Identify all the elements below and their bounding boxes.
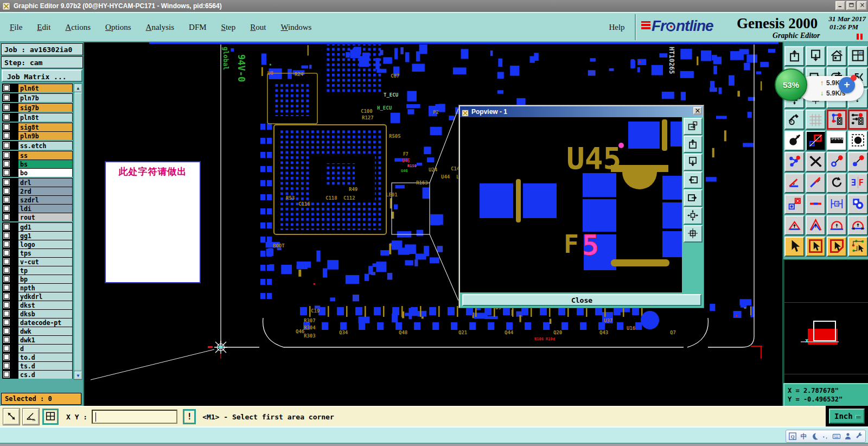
chain-select-button[interactable]: [784, 152, 805, 172]
layer-row[interactable]: drl ➤: [2, 178, 73, 187]
split-window-xy-button[interactable]: XY: [848, 46, 868, 66]
layer-checkbox[interactable]: [4, 328, 9, 334]
snap-move-button[interactable]: [3, 409, 20, 425]
select-poly-mode-button[interactable]: [827, 237, 847, 257]
scroll-down-icon[interactable]: ▼: [74, 372, 82, 379]
popview-center-button[interactable]: [684, 225, 703, 243]
layer-checkbox[interactable]: [4, 294, 9, 299]
menu-windows[interactable]: Windows: [280, 23, 311, 32]
layer-row[interactable]: ldi ➤: [2, 204, 73, 213]
minimize-button[interactable]: [835, 1, 845, 10]
layer-row[interactable]: bs ➤: [2, 160, 73, 168]
layer-checkbox[interactable]: [4, 259, 9, 264]
layer-checkbox[interactable]: [4, 85, 9, 91]
soft-keyboard-icon[interactable]: [832, 432, 841, 441]
snap-angle-button[interactable]: ok: [23, 409, 39, 425]
layer-checkbox[interactable]: [4, 346, 9, 351]
layer-row[interactable]: ydkdrl ➤: [2, 292, 73, 301]
menu-options[interactable]: Options: [105, 23, 131, 32]
scroll-up-icon[interactable]: ▲: [74, 84, 82, 92]
popview-duplicate-button[interactable]: [684, 118, 703, 135]
layer-checkbox[interactable]: [4, 161, 9, 167]
menu-help[interactable]: Help: [601, 13, 633, 41]
measure-angle-button[interactable]: [784, 173, 805, 193]
menu-edit[interactable]: Edit: [37, 23, 50, 32]
popview-close-icon[interactable]: [693, 107, 702, 114]
layer-row[interactable]: bp ➤: [2, 275, 73, 283]
menu-step[interactable]: Step: [221, 23, 236, 32]
scrollbar-thumb[interactable]: [74, 93, 82, 371]
stretch-line-button[interactable]: [806, 194, 826, 214]
layer-colors-button[interactable]: [806, 131, 826, 151]
layer-row[interactable]: d ➤: [2, 344, 73, 353]
layer-row[interactable]: pln8t ➤: [2, 113, 73, 122]
punctuation-icon[interactable]: ,: [821, 432, 830, 441]
memory-percent-badge[interactable]: 53%: [775, 68, 807, 101]
layer-checkbox[interactable]: [4, 311, 9, 316]
layer-row[interactable]: to.d ➤: [2, 353, 73, 361]
layer-row[interactable]: dwk1 ➤: [2, 335, 73, 344]
net-highlight-a-button[interactable]: [827, 110, 847, 130]
symbol-arrow-button[interactable]: [784, 131, 805, 151]
popview-graphics[interactable]: U45 F 5: [460, 117, 682, 292]
layer-checkbox[interactable]: [4, 133, 9, 138]
user-profile-icon[interactable]: [844, 432, 852, 441]
layer-row[interactable]: pln7b ➤: [2, 93, 73, 102]
home-view-button[interactable]: [827, 46, 847, 66]
layer-checkbox[interactable]: [4, 285, 9, 290]
layer-checkbox[interactable]: [4, 180, 9, 185]
menu-dfm[interactable]: DFM: [189, 23, 207, 32]
layer-checkbox[interactable]: [4, 105, 9, 110]
rotate-button[interactable]: [827, 173, 847, 193]
select-net-mode-button[interactable]: [848, 237, 868, 257]
layer-checkbox[interactable]: [4, 170, 9, 175]
xy-input[interactable]: [92, 410, 177, 424]
measure-ruler-button[interactable]: [827, 131, 847, 151]
edit-tools-button[interactable]: [784, 110, 805, 130]
layer-checkbox[interactable]: [4, 197, 9, 202]
layer-checkbox[interactable]: [4, 206, 9, 211]
popview-pan-left-button[interactable]: [684, 171, 703, 189]
layer-row[interactable]: v-cut ➤: [2, 257, 73, 266]
arch-tied-button[interactable]: [848, 215, 868, 235]
layer-row[interactable]: rout ➤: [2, 213, 73, 221]
layer-checkbox[interactable]: [4, 354, 9, 360]
layer-checkbox[interactable]: [4, 241, 9, 247]
layer-row[interactable]: ss.etch ➤: [2, 141, 73, 150]
layer-row[interactable]: logo ➤: [2, 240, 73, 249]
layer-row[interactable]: pln9b ➤: [2, 131, 73, 140]
layer-row[interactable]: 2rd ➤: [2, 187, 73, 195]
arch-arrow-button[interactable]: [784, 215, 805, 235]
menu-analysis[interactable]: Analysis: [146, 23, 175, 32]
maximize-button[interactable]: [846, 1, 856, 10]
menu-rout[interactable]: Rout: [250, 23, 266, 32]
copy-to-layer-button[interactable]: [827, 152, 847, 172]
change-width-button[interactable]: 4: [827, 194, 847, 214]
select-circle-button[interactable]: [848, 131, 868, 151]
popview-pan-up-button[interactable]: [684, 136, 703, 153]
select-point-mode-button[interactable]: [784, 237, 805, 257]
layer-checkbox[interactable]: [4, 233, 9, 238]
layer-row[interactable]: szdrl ➤: [2, 195, 73, 204]
layer-checkbox[interactable]: [4, 188, 9, 194]
layer-row[interactable]: cs.d ➤: [2, 370, 73, 379]
layer-checkbox[interactable]: [4, 250, 9, 256]
layer-checkbox[interactable]: [4, 95, 9, 100]
popview-close-button[interactable]: Close: [462, 294, 701, 306]
layer-row[interactable]: sig8t ➤: [2, 123, 73, 131]
layer-checkbox[interactable]: [4, 302, 9, 308]
move-to-layer-button[interactable]: [848, 152, 868, 172]
popview-fit-button[interactable]: [684, 207, 703, 225]
layer-checkbox[interactable]: [4, 143, 9, 148]
grid-window-button[interactable]: [42, 409, 59, 425]
layer-checkbox[interactable]: [4, 372, 9, 377]
view-up-button[interactable]: [784, 46, 805, 66]
menu-file[interactable]: File: [10, 23, 22, 32]
layer-row[interactable]: gg1 ➤: [2, 231, 73, 240]
layer-row[interactable]: dkst ➤: [2, 301, 73, 309]
layer-checkbox[interactable]: [4, 214, 9, 220]
units-dropdown[interactable]: Inch: [829, 409, 865, 424]
language-indicator-icon[interactable]: Q: [788, 432, 797, 441]
layer-checkbox[interactable]: [4, 337, 9, 342]
alert-button[interactable]: !: [183, 409, 196, 424]
